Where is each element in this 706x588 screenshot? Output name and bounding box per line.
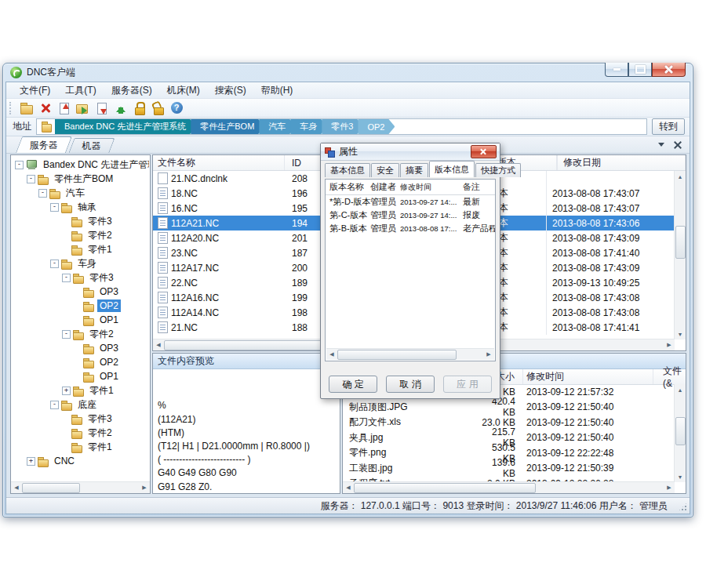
menu-item[interactable]: 搜索(S) (208, 82, 254, 99)
tree-item[interactable]: 零件3 (12, 412, 149, 426)
tree-expander[interactable]: - (62, 274, 71, 282)
dialog-tab[interactable]: 基本信息 (325, 163, 370, 177)
tree-item[interactable]: OP1 (12, 369, 149, 383)
minimize-button[interactable] (605, 63, 628, 77)
lock-button[interactable] (130, 100, 148, 116)
maximize-button[interactable] (628, 63, 652, 77)
view-tab[interactable]: 服务器 (16, 136, 72, 153)
scroll-right-icon[interactable]: ▶ (664, 339, 675, 350)
resize-grip-icon[interactable] (678, 502, 688, 512)
file-list-vertical-scrollbar[interactable]: ▲ ▼ (674, 171, 686, 339)
breadcrumb-segment[interactable]: 零件3 (322, 119, 363, 134)
attachments-horizontal-scrollbar[interactable]: ◀ ▶ (343, 481, 675, 493)
column-header-version-name[interactable]: 版本名称 (326, 181, 370, 193)
tree-item[interactable]: OP3 (12, 285, 149, 299)
close-tab-icon[interactable] (674, 141, 682, 149)
tree-horizontal-scrollbar[interactable]: ◀ ▶ (11, 481, 150, 493)
menu-item[interactable]: 服务器(S) (104, 82, 160, 99)
tree-item[interactable]: + CNC (12, 454, 149, 468)
tree-expander[interactable] (62, 444, 69, 451)
breadcrumb-segment[interactable]: Bandex DNC 先进生产管理系统 (55, 119, 196, 134)
tree-item[interactable]: OP1 (12, 313, 149, 327)
ok-button[interactable]: 确 定 (329, 376, 377, 393)
scroll-right-icon[interactable]: ▶ (483, 349, 494, 360)
scroll-down-icon[interactable]: ▼ (675, 328, 686, 339)
scrollbar-thumb[interactable] (337, 350, 457, 360)
dialog-horizontal-scrollbar[interactable]: ◀ ▶ (326, 348, 494, 360)
tree-item[interactable]: - Bandex DNC 先进生产管理系统 (12, 158, 149, 172)
version-row[interactable]: 第-B-版本 管理员 2013-08-08 17:... 老产品程序 (326, 222, 495, 235)
scroll-left-icon[interactable]: ◀ (11, 482, 22, 493)
help-button[interactable] (168, 100, 186, 116)
unlock-button[interactable] (149, 100, 167, 116)
preview-content[interactable]: %(112A21)(HTM)(T12| H1 | D21.0000mm | R0… (153, 369, 340, 494)
scroll-left-icon[interactable]: ◀ (326, 349, 337, 360)
close-button[interactable] (652, 63, 686, 77)
dialog-close-button[interactable] (471, 145, 497, 158)
tree-expander[interactable] (74, 303, 81, 310)
column-header-file[interactable]: 文件(& (653, 369, 686, 384)
attachment-row[interactable]: 工装图.jpg 139.6 KB 2013-09-12 21:50:39 (343, 461, 675, 477)
breadcrumb-segment[interactable]: OP2 (358, 119, 395, 134)
upload-file-button[interactable] (55, 100, 73, 116)
menu-item[interactable]: 文件(F) (13, 82, 58, 99)
scroll-left-icon[interactable]: ◀ (343, 482, 354, 493)
send-to-machine-button[interactable] (74, 100, 92, 116)
check-in-button[interactable] (111, 100, 129, 116)
scroll-up-icon[interactable]: ▲ (675, 384, 686, 395)
tree-expander[interactable] (74, 317, 81, 324)
menu-item[interactable]: 帮助(H) (254, 82, 301, 99)
tree-expander[interactable] (62, 232, 69, 239)
tree-item[interactable]: OP2 (12, 355, 149, 369)
tree-item[interactable]: - 零件生产BOM (12, 172, 149, 186)
tree-item[interactable]: - 汽车 (12, 186, 149, 200)
breadcrumb-segment[interactable]: 车身 (290, 119, 327, 134)
tree-expander[interactable]: - (27, 175, 35, 183)
version-row[interactable]: 第-C-版本 管理员 2013-09-27 14:... 报废 (326, 209, 495, 222)
menu-item[interactable]: 工具(T) (58, 82, 104, 99)
title-bar[interactable]: DNC客户端 (3, 64, 693, 82)
column-header-name[interactable]: 文件名称 (153, 155, 285, 170)
tree-item[interactable]: OP3 (12, 341, 149, 355)
tree-item[interactable]: - 轴承 (12, 200, 149, 214)
version-row[interactable]: *第-D-版本 管理员 2013-09-27 14:... 最新 (326, 195, 495, 209)
tree-expander[interactable]: - (50, 203, 59, 212)
tree-expander[interactable]: - (15, 161, 24, 169)
column-header-creator[interactable]: 创建者 (370, 181, 400, 193)
dialog-title-bar[interactable]: 属性 (321, 143, 500, 161)
scroll-down-icon[interactable]: ▼ (675, 471, 686, 482)
tree-item[interactable]: 零件3 (12, 214, 149, 228)
tree-expander[interactable]: - (38, 189, 47, 198)
go-button[interactable]: 转到 (652, 118, 685, 135)
column-header-mtime[interactable]: 修改时间 (523, 369, 653, 384)
tree-expander[interactable] (62, 430, 69, 437)
scrollbar-thumb[interactable] (675, 417, 686, 445)
tree-expander[interactable] (62, 416, 69, 423)
tree-expander[interactable] (62, 246, 69, 253)
scroll-right-icon[interactable]: ▶ (664, 482, 675, 493)
tree-expander[interactable] (74, 373, 81, 380)
breadcrumb-segment[interactable]: 汽车 (259, 119, 296, 134)
download-file-button[interactable] (93, 100, 111, 116)
view-tab[interactable]: 机器 (68, 138, 115, 153)
tree-item[interactable]: - 零件3 (12, 270, 149, 285)
dialog-tab[interactable]: 摘要 (400, 163, 428, 177)
tree-item[interactable]: 零件2 (12, 426, 149, 440)
attachments-vertical-scrollbar[interactable]: ▲ ▼ (674, 384, 686, 482)
delete-button[interactable] (36, 100, 54, 116)
cancel-button[interactable]: 取 消 (386, 376, 435, 393)
tree-expander[interactable]: - (50, 401, 59, 409)
tree-expander[interactable]: - (62, 330, 71, 339)
scrollbar-thumb[interactable] (22, 483, 80, 493)
dialog-tab[interactable]: 快捷方式 (475, 163, 521, 177)
chevron-down-icon[interactable] (658, 143, 664, 150)
tree-item[interactable]: - 零件2 (12, 327, 149, 341)
tree-item[interactable]: OP2 (12, 299, 149, 313)
column-header-modified[interactable]: 修改时间 (400, 182, 462, 193)
tree-item[interactable]: 零件1 (12, 242, 149, 256)
tree-item[interactable]: 零件2 (12, 228, 149, 242)
apply-button[interactable]: 应 用 (443, 376, 492, 393)
tree-expander[interactable] (74, 359, 81, 366)
scrollbar-thumb[interactable] (354, 483, 536, 493)
attachment-row[interactable]: 制品顶图.JPG 420.4 KB 2013-09-12 21:50:40 (343, 400, 675, 416)
